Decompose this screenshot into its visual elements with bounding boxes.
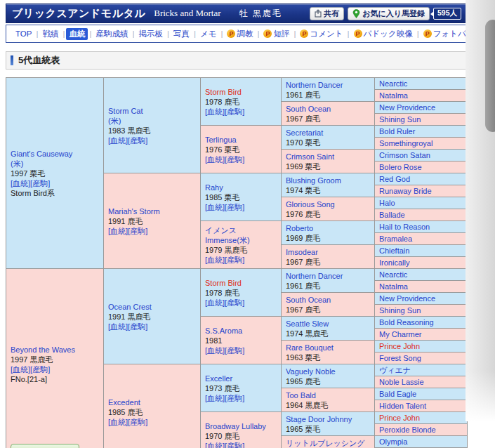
- horse-link[interactable]: Ironically: [379, 258, 464, 268]
- horse-link[interactable]: Roberto: [286, 223, 371, 233]
- horse-link[interactable]: Nearctic: [379, 270, 464, 279]
- horse-link[interactable]: Bold Ruler: [379, 126, 464, 136]
- horse-link[interactable]: South Ocean: [286, 295, 371, 305]
- horse-link[interactable]: Peroxide Blonde: [379, 425, 464, 435]
- horse-link[interactable]: Rahy: [205, 183, 278, 192]
- horse-link[interactable]: Ballade: [379, 210, 464, 220]
- share-button[interactable]: 共有: [310, 7, 344, 20]
- scrollbar-thumb[interactable]: [485, 20, 495, 132]
- cell-links[interactable]: [血統][産駒]: [205, 202, 278, 212]
- cell-links[interactable]: [血統][産駒]: [11, 364, 100, 374]
- horse-link[interactable]: Crimson Saint: [286, 152, 371, 162]
- horse-link[interactable]: Storm Cat: [108, 106, 197, 116]
- horse-link[interactable]: S.S.Aroma: [205, 326, 278, 336]
- nav-tab-7[interactable]: P調教: [224, 28, 256, 40]
- horse-link[interactable]: Imsodear: [286, 247, 371, 257]
- horse-link[interactable]: Seattle Slew: [286, 319, 371, 329]
- horse-link[interactable]: Beyond the Waves: [11, 345, 100, 355]
- horse-link[interactable]: Halo: [379, 198, 464, 208]
- cell-links[interactable]: [血統][産駒]: [205, 255, 278, 265]
- horse-link[interactable]: Shining Sun: [379, 114, 464, 124]
- cell-links[interactable]: [血統][産駒]: [108, 417, 197, 427]
- horse-link[interactable]: リットルブレッシング: [286, 438, 371, 448]
- year-coat: 1974 栗毛: [286, 185, 371, 195]
- nav-tab-0[interactable]: TOP: [13, 29, 34, 39]
- horse-link[interactable]: South Ocean: [286, 104, 371, 114]
- cell-links[interactable]: [血統][産駒]: [205, 107, 278, 117]
- horse-link[interactable]: Red God: [379, 174, 464, 184]
- pedigree-cell: Stage Door Johnny1965 栗毛: [282, 412, 375, 436]
- nav-separator: |: [132, 29, 134, 38]
- horse-link[interactable]: Glorious Song: [286, 199, 371, 209]
- cell-extra: FNo.[21-a]: [11, 374, 100, 384]
- horse-link[interactable]: Bolero Rose: [379, 162, 464, 172]
- nav-tab-1[interactable]: 戦績: [39, 28, 61, 40]
- horse-link[interactable]: Prince John: [379, 341, 464, 351]
- horse-link[interactable]: Hail to Reason: [379, 222, 464, 232]
- nav-tab-8[interactable]: P短評: [260, 28, 292, 40]
- horse-link[interactable]: Crimson Satan: [379, 150, 464, 160]
- horse-link[interactable]: Natalma: [379, 91, 464, 100]
- nav-tab-6[interactable]: メモ: [197, 28, 220, 40]
- horse-link[interactable]: Natalma: [379, 282, 464, 291]
- cell-links[interactable]: [血統][産駒]: [11, 178, 100, 188]
- nav-tab-3[interactable]: 産駒成績: [93, 28, 131, 40]
- horse-link[interactable]: Bald Eagle: [379, 389, 464, 399]
- cell-links[interactable]: [血統][産駒]: [108, 322, 197, 331]
- horse-link[interactable]: Somethingroyal: [379, 138, 464, 148]
- horse-link[interactable]: Rare Bouquet: [286, 343, 371, 353]
- nav-tab-4[interactable]: 掲示板: [136, 28, 166, 40]
- horse-link[interactable]: My Charmer: [379, 329, 464, 339]
- horse-link[interactable]: Bold Reasoning: [379, 317, 464, 327]
- horse-link[interactable]: Forest Song: [379, 353, 464, 363]
- horse-link[interactable]: Storm Bird: [205, 278, 278, 288]
- horse-link[interactable]: Exceller: [205, 374, 278, 383]
- horse-link[interactable]: Ocean Crest: [108, 302, 197, 312]
- cell-links[interactable]: [血統][産駒]: [205, 345, 278, 355]
- cell-links[interactable]: [血統][産駒]: [205, 393, 278, 403]
- horse-link[interactable]: イメンス: [205, 225, 278, 235]
- horse-link[interactable]: Storm Bird: [205, 87, 278, 97]
- nav-tab-10[interactable]: Pパドック映像: [351, 28, 416, 40]
- horse-link[interactable]: Terlingua: [205, 135, 278, 145]
- horse-link[interactable]: Broadway Lullaby: [205, 421, 278, 431]
- horse-link[interactable]: Giant's Causeway: [11, 149, 100, 159]
- horse-link[interactable]: Runaway Bride: [379, 186, 464, 196]
- nav-tab-2[interactable]: 血統: [66, 28, 88, 40]
- horse-link[interactable]: Northern Dancer: [286, 271, 371, 281]
- pedigree-cell: Crimson Satan: [375, 150, 468, 162]
- horse-link-sub[interactable]: (米): [108, 116, 197, 126]
- favorite-button[interactable]: お気に入り馬登録: [348, 7, 430, 20]
- horse-link[interactable]: Olympia: [379, 437, 464, 447]
- horse-link[interactable]: Prince John: [379, 413, 464, 423]
- horse-link[interactable]: Blushing Groom: [286, 176, 371, 185]
- horse-link[interactable]: Nearctic: [379, 79, 464, 88]
- horse-link[interactable]: Secretariat: [286, 128, 371, 138]
- horse-link[interactable]: Excedent: [108, 397, 197, 407]
- nav-tab-5[interactable]: 写真: [171, 28, 192, 40]
- bottom-green-button[interactable]: [11, 444, 79, 448]
- cell-links[interactable]: [血統][産駒]: [108, 226, 197, 236]
- horse-link[interactable]: New Providence: [379, 294, 464, 303]
- horse-link[interactable]: Mariah's Storm: [108, 206, 197, 216]
- horse-link[interactable]: Noble Lassie: [379, 377, 464, 387]
- horse-link[interactable]: Stage Door Johnny: [286, 414, 371, 424]
- horse-link-sub[interactable]: (米): [11, 159, 100, 169]
- horse-link[interactable]: Bramalea: [379, 234, 464, 244]
- nav-tab-11[interactable]: Pフォトパドック: [421, 28, 467, 40]
- nav-tab-9[interactable]: Pコメント: [297, 28, 345, 40]
- horse-link[interactable]: Too Bald: [286, 390, 371, 400]
- horse-link[interactable]: Shining Sun: [379, 305, 464, 315]
- horse-link-sub[interactable]: Immense(米): [205, 235, 278, 245]
- cell-links[interactable]: [血統][産駒]: [205, 298, 278, 308]
- horse-link[interactable]: Chieftain: [379, 246, 464, 256]
- cell-links[interactable]: [血統][産駒]: [205, 441, 278, 448]
- horse-link[interactable]: New Providence: [379, 103, 464, 112]
- horse-link[interactable]: ヴィエナ: [379, 365, 464, 375]
- horse-link[interactable]: Hidden Talent: [379, 401, 464, 411]
- horse-link[interactable]: Vaguely Noble: [286, 367, 371, 376]
- cell-links[interactable]: [血統][産駒]: [205, 154, 278, 164]
- horse-link[interactable]: Northern Dancer: [286, 80, 371, 90]
- page-container: ブリックスアンドモルタル Bricks and Mortar 牡 黒鹿毛 共有 …: [6, 4, 467, 448]
- cell-links[interactable]: [血統][産駒]: [108, 136, 197, 145]
